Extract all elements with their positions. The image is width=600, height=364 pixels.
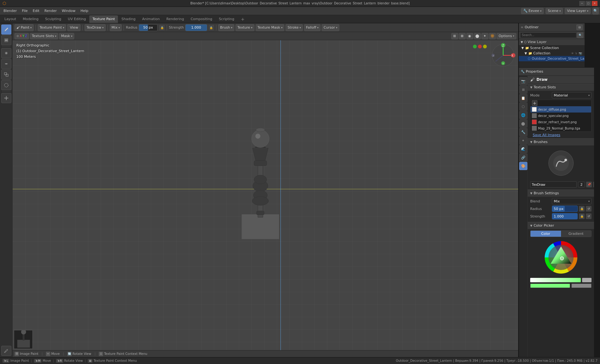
radius-prop-lock-icon[interactable]: 🔒 xyxy=(579,206,585,212)
menu-render[interactable]: Render xyxy=(42,8,59,14)
close-button[interactable]: × xyxy=(592,1,597,6)
texdraw-dropdown[interactable]: TexDraw xyxy=(85,24,105,31)
strength-lock-icon[interactable]: 🔒 xyxy=(208,25,214,30)
color-picker-section[interactable]: ▼ Color Picker xyxy=(528,222,594,229)
cursor-icon[interactable]: 🖱 xyxy=(575,52,578,55)
mode-dropdown[interactable]: 🖌 Paint xyxy=(14,24,34,31)
particle-props-tab[interactable]: ✦ xyxy=(519,136,527,145)
paint-mode-dropdown[interactable]: Texture Paint xyxy=(38,24,66,31)
view-menu-button[interactable]: View xyxy=(67,24,81,31)
search-button[interactable]: 🔍 xyxy=(592,8,599,14)
tab-layout[interactable]: Layout xyxy=(1,15,19,23)
color-swatch-secondary[interactable] xyxy=(571,284,592,288)
context-menu-status[interactable]: ☰ Texture Paint Context Menu xyxy=(99,352,147,356)
smear-tool-button[interactable] xyxy=(1,59,11,69)
move-status[interactable]: ↔ Move xyxy=(46,352,60,356)
menu-blender[interactable]: Blender xyxy=(1,8,19,14)
engine-dropdown[interactable]: 🔧 Eevee xyxy=(521,8,544,14)
tab-texture-paint[interactable]: Texture Paint xyxy=(89,15,118,23)
texture-slot-specular[interactable]: decor_specular.png xyxy=(531,113,591,119)
strength-prop-value[interactable]: 1.000 xyxy=(552,213,578,219)
view-layer-dropdown[interactable]: View Layer xyxy=(565,8,591,14)
strength-reset-icon[interactable]: ↺ xyxy=(586,213,592,219)
texture-slot-normal[interactable]: Map_29_Normal_Bump.tga xyxy=(531,125,591,131)
texture-dropdown[interactable]: Texture xyxy=(236,24,254,31)
menu-help[interactable]: Help xyxy=(78,8,91,14)
brush-name-input[interactable] xyxy=(530,181,577,188)
texture-slots-dropdown[interactable]: Texture Slots xyxy=(30,33,58,39)
lantern-mesh-item[interactable]: ⬡ Outdoor_Decorative_Street_Lantern xyxy=(519,56,585,61)
object-props-tab[interactable]: ⬤ xyxy=(519,119,527,128)
navigation-gizmo[interactable]: X Z -X Y xyxy=(491,43,516,68)
green-dot[interactable] xyxy=(473,45,477,48)
scene-dropdown[interactable]: Scene xyxy=(546,8,563,14)
color-bar-primary[interactable] xyxy=(530,278,581,282)
viewport-icon-6[interactable]: 🔆 xyxy=(489,33,496,39)
fill-tool-button[interactable] xyxy=(1,35,11,45)
brushes-section[interactable]: ▼ Brushes xyxy=(528,138,594,146)
annotate-tool-button[interactable] xyxy=(1,346,11,356)
axis-constraint[interactable]: ⊕ X Y Z xyxy=(14,33,29,39)
mask-tool-button[interactable] xyxy=(1,80,11,90)
mode-value[interactable]: Material ▾ xyxy=(552,92,592,98)
tab-uv-editing[interactable]: UV Editing xyxy=(65,15,89,23)
blend-value[interactable]: Mix ▾ xyxy=(552,198,592,204)
color-tab-color[interactable]: Color xyxy=(531,231,561,237)
texture-mask-dropdown[interactable]: Texture Mask xyxy=(256,24,285,31)
color-tab-gradient[interactable]: Gradient xyxy=(561,231,592,237)
clone-tool-button[interactable] xyxy=(1,69,11,80)
strength-lock-prop-icon[interactable]: 🔒 xyxy=(579,213,585,219)
tab-animation[interactable]: Animation xyxy=(139,15,163,23)
color-swatch-main[interactable] xyxy=(530,284,570,288)
transform-tool-button[interactable] xyxy=(1,93,11,103)
render-props-tab[interactable]: 📷 xyxy=(519,77,527,85)
material-props-tab[interactable]: 🎨 xyxy=(519,162,527,170)
world-props-tab[interactable]: 🌐 xyxy=(519,111,527,119)
radius-lock-icon[interactable]: 🔒 xyxy=(159,25,165,30)
scene-props-tab[interactable]: ⬡ xyxy=(519,102,527,111)
tab-modeling[interactable]: Modeling xyxy=(19,15,42,23)
physics-props-tab[interactable]: 🌊 xyxy=(519,145,527,153)
texture-slots-section[interactable]: ▼ Texture Slots xyxy=(528,84,594,91)
cursor-dropdown[interactable]: Cursor xyxy=(322,24,339,31)
render-icon[interactable]: 📷 xyxy=(579,52,582,55)
radius-prop-value[interactable]: 50 px xyxy=(552,206,578,212)
save-all-images-link[interactable]: Save All Images xyxy=(530,132,563,138)
tab-compositing[interactable]: Compositing xyxy=(187,15,215,23)
red-dot[interactable] xyxy=(478,45,482,48)
color-wheel-wrapper[interactable]: @keyframes none {} xyxy=(528,238,594,277)
menu-edit[interactable]: Edit xyxy=(31,8,42,14)
maximize-button[interactable]: □ xyxy=(586,1,591,6)
viewport-icon-5[interactable]: ✦ xyxy=(481,33,488,39)
brush-pin-icon[interactable]: 📌 xyxy=(586,182,592,187)
output-props-tab[interactable]: 🖥 xyxy=(519,85,527,94)
eye-icon[interactable]: 👁 xyxy=(571,52,574,55)
texture-slot-refract[interactable]: decor_refract_invert.png xyxy=(531,119,591,125)
stroke-dropdown[interactable]: Stroke xyxy=(286,24,303,31)
constraints-props-tab[interactable]: 🔗 xyxy=(519,153,527,162)
view-layer-props-tab[interactable]: 📋 xyxy=(519,94,527,102)
outliner-filter-btn[interactable]: ⊟ xyxy=(576,25,583,30)
image-paint-status[interactable]: 🖼 Image Paint xyxy=(14,352,38,356)
menu-window[interactable]: Window xyxy=(60,8,78,14)
scene-collection-item[interactable]: ▼ 📁 Scene Collection xyxy=(519,45,585,51)
draw-tool-button[interactable] xyxy=(1,25,11,35)
brush-dropdown[interactable]: Brush xyxy=(218,24,234,31)
rotate-status[interactable]: 🔄 Rotate View xyxy=(67,352,92,356)
brush-copy-icon[interactable]: ⧉ xyxy=(593,182,594,187)
add-texture-slot-button[interactable]: + xyxy=(532,100,537,106)
tab-rendering[interactable]: Rendering xyxy=(163,15,187,23)
viewport-canvas[interactable]: Right Orthographic (1) Outdoor_Decorativ… xyxy=(13,40,518,350)
options-dropdown[interactable]: Options ▾ xyxy=(497,33,516,39)
texture-slot-diffuse[interactable]: decor_diffuse.png xyxy=(531,106,591,113)
viewport-icon-3[interactable]: ◉ xyxy=(466,33,473,39)
radius-slider[interactable]: 50 px xyxy=(139,24,158,31)
minimize-button[interactable]: − xyxy=(579,1,585,6)
viewport-icon-4[interactable]: ⬤ xyxy=(474,33,481,39)
collection-item[interactable]: ▼ 📁 Collection 👁 🖱 📷 xyxy=(519,51,585,56)
yellow-dot[interactable] xyxy=(483,45,487,48)
soften-tool-button[interactable] xyxy=(1,48,11,58)
outliner-search-input[interactable] xyxy=(520,32,576,38)
add-workspace-button[interactable]: + xyxy=(238,15,248,23)
tab-sculpting[interactable]: Sculpting xyxy=(42,15,64,23)
